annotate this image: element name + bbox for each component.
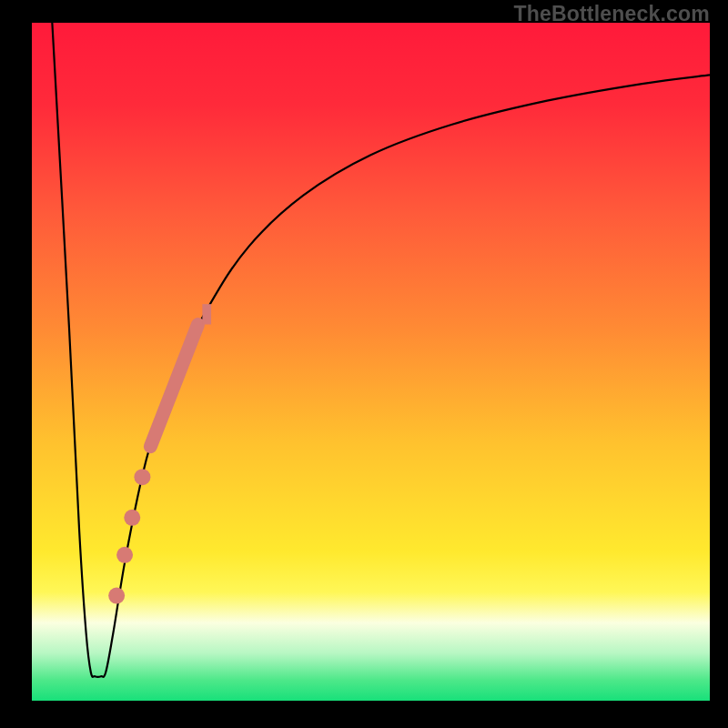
pink-dot	[116, 547, 133, 563]
gradient-background	[32, 23, 710, 701]
pink-dot	[124, 510, 140, 526]
chart-frame: TheBottleneck.com	[0, 0, 728, 728]
plot-area	[32, 23, 710, 701]
pink-dot	[108, 588, 125, 604]
pink-dot	[134, 469, 150, 485]
watermark-text: TheBottleneck.com	[513, 2, 710, 26]
pink-tick-top	[202, 304, 211, 324]
chart-svg	[32, 23, 710, 701]
